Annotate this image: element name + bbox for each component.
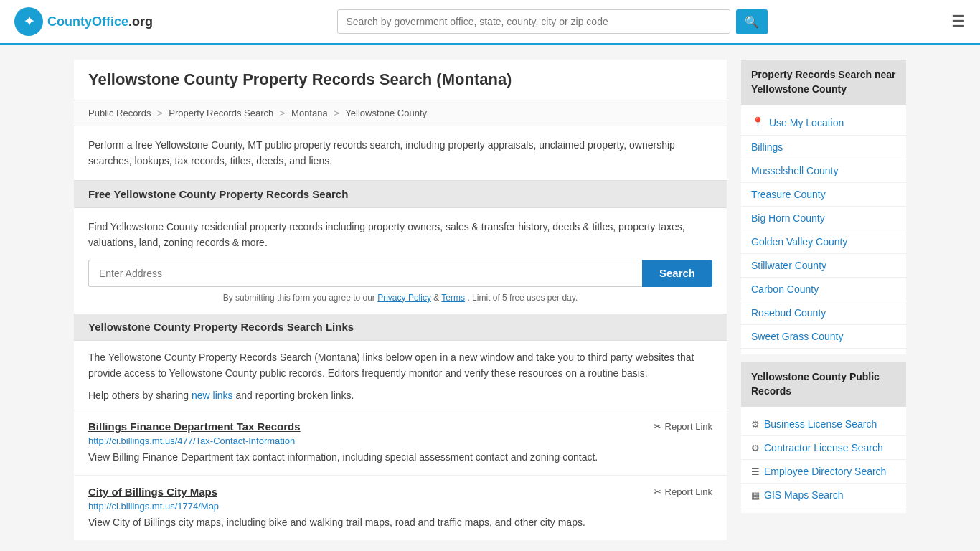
report-link-button-1[interactable]: ✂ Report Link — [654, 421, 712, 432]
address-search-button[interactable]: Search — [642, 260, 712, 287]
rosebud-link[interactable]: Rosebud County — [751, 307, 826, 319]
logo-area: ✦ CountyOffice.org — [14, 7, 153, 36]
header-search-area: 🔍 — [337, 9, 768, 34]
sidebar-item-gis-maps[interactable]: ▦ GIS Maps Search — [741, 484, 906, 507]
address-search-form: Search — [88, 260, 712, 287]
hamburger-button[interactable]: ☰ — [951, 12, 966, 31]
sidebar-item-billings[interactable]: Billings — [741, 136, 906, 159]
form-note: By submitting this form you agree to our… — [88, 293, 712, 303]
page-title-area: Yellowstone County Property Records Sear… — [74, 60, 727, 100]
breadcrumb-link-property-records-search[interactable]: Property Records Search — [169, 108, 273, 118]
report-link-button-2[interactable]: ✂ Report Link — [654, 486, 712, 497]
use-my-location-link[interactable]: Use My Location — [769, 117, 844, 128]
breadcrumb-link-public-records[interactable]: Public Records — [88, 108, 151, 118]
carbon-link[interactable]: Carbon County — [751, 283, 819, 295]
sidebar-public-records-body: ⚙ Business License Search ⚙ Contractor L… — [741, 407, 906, 513]
sidebar: Property Records Search near Yellowstone… — [741, 60, 906, 540]
sidebar-item-carbon[interactable]: Carbon County — [741, 278, 906, 301]
business-license-link[interactable]: Business License Search — [764, 418, 877, 430]
record-link-url-1[interactable]: http://ci.billings.mt.us/477/Tax-Contact… — [88, 435, 712, 446]
logo-text: CountyOffice.org — [47, 14, 153, 29]
page-title: Yellowstone County Property Records Sear… — [88, 70, 712, 89]
record-link-desc-2: View City of Billings city maps, includi… — [88, 515, 712, 530]
gear-icon-1: ⚙ — [751, 419, 760, 430]
record-link-item-2: City of Billings City Maps ✂ Report Link… — [74, 475, 727, 540]
breadcrumb: Public Records > Property Records Search… — [74, 100, 727, 126]
terms-link[interactable]: Terms — [441, 293, 465, 303]
sweet-grass-link[interactable]: Sweet Grass County — [751, 331, 843, 342]
record-link-title-1[interactable]: Billings Finance Department Tax Records — [88, 420, 301, 433]
record-link-url-2[interactable]: http://ci.billings.mt.us/1774/Map — [88, 501, 712, 512]
stillwater-link[interactable]: Stillwater County — [751, 260, 826, 271]
links-description: The Yellowstone County Property Records … — [74, 341, 727, 390]
free-search-body: Find Yellowstone County residential prop… — [74, 208, 727, 314]
address-input[interactable] — [88, 260, 642, 287]
employee-directory-link[interactable]: Employee Directory Search — [764, 466, 886, 477]
sidebar-public-records-section: Yellowstone County Public Records ⚙ Busi… — [741, 362, 906, 513]
privacy-policy-link[interactable]: Privacy Policy — [377, 293, 431, 303]
list-icon: ☰ — [751, 466, 760, 477]
main-layout: Yellowstone County Property Records Sear… — [60, 45, 920, 551]
sidebar-item-stillwater[interactable]: Stillwater County — [741, 254, 906, 278]
report-link-icon-2: ✂ — [654, 486, 661, 497]
breadcrumb-link-montana[interactable]: Montana — [291, 108, 328, 118]
sidebar-item-musselshell[interactable]: Musselshell County — [741, 159, 906, 183]
map-icon: ▦ — [751, 490, 760, 501]
sidebar-item-employee-directory[interactable]: ☰ Employee Directory Search — [741, 460, 906, 484]
free-search-heading: Free Yellowstone County Property Records… — [74, 181, 727, 208]
golden-valley-link[interactable]: Golden Valley County — [751, 236, 847, 248]
new-links-link[interactable]: new links — [192, 390, 233, 401]
record-link-item-1: Billings Finance Department Tax Records … — [74, 410, 727, 475]
new-links-note: Help others by sharing new links and rep… — [74, 390, 727, 410]
gis-maps-link[interactable]: GIS Maps Search — [764, 489, 844, 501]
sidebar-item-rosebud[interactable]: Rosebud County — [741, 301, 906, 325]
sidebar-item-business-license[interactable]: ⚙ Business License Search — [741, 413, 906, 436]
sidebar-item-contractor-license[interactable]: ⚙ Contractor License Search — [741, 436, 906, 460]
links-section-heading: Yellowstone County Property Records Sear… — [74, 314, 727, 341]
sidebar-nearby-heading: Property Records Search near Yellowstone… — [741, 60, 906, 105]
header-search-button[interactable]: 🔍 — [736, 9, 768, 34]
page-description: Perform a free Yellowstone County, MT pu… — [74, 126, 727, 181]
report-link-icon-1: ✂ — [654, 421, 661, 432]
location-icon: 📍 — [751, 116, 765, 129]
logo-icon: ✦ — [14, 7, 43, 36]
record-link-header-1: Billings Finance Department Tax Records … — [88, 420, 712, 433]
treasure-link[interactable]: Treasure County — [751, 189, 826, 200]
sidebar-item-sweet-grass[interactable]: Sweet Grass County — [741, 325, 906, 349]
sidebar-public-records-heading: Yellowstone County Public Records — [741, 362, 906, 407]
contractor-license-link[interactable]: Contractor License Search — [764, 442, 883, 453]
sidebar-item-big-horn[interactable]: Big Horn County — [741, 207, 906, 230]
breadcrumb-link-yellowstone-county[interactable]: Yellowstone County — [345, 108, 427, 118]
sidebar-nearby-body: 📍 Use My Location Billings Musselshell C… — [741, 105, 906, 354]
record-link-header-2: City of Billings City Maps ✂ Report Link — [88, 486, 712, 498]
sidebar-item-golden-valley[interactable]: Golden Valley County — [741, 230, 906, 254]
sidebar-item-treasure[interactable]: Treasure County — [741, 183, 906, 207]
record-link-title-2[interactable]: City of Billings City Maps — [88, 486, 217, 498]
header-search-input[interactable] — [337, 9, 730, 34]
big-horn-link[interactable]: Big Horn County — [751, 212, 825, 224]
sidebar-nearby-section: Property Records Search near Yellowstone… — [741, 60, 906, 354]
billings-link[interactable]: Billings — [751, 141, 783, 153]
musselshell-link[interactable]: Musselshell County — [751, 165, 838, 176]
record-link-desc-1: View Billing Finance Department tax cont… — [88, 450, 712, 465]
content-area: Yellowstone County Property Records Sear… — [74, 60, 727, 540]
header: ✦ CountyOffice.org 🔍 ☰ — [0, 0, 980, 45]
gear-icon-2: ⚙ — [751, 443, 760, 453]
sidebar-use-my-location[interactable]: 📍 Use My Location — [741, 110, 906, 136]
